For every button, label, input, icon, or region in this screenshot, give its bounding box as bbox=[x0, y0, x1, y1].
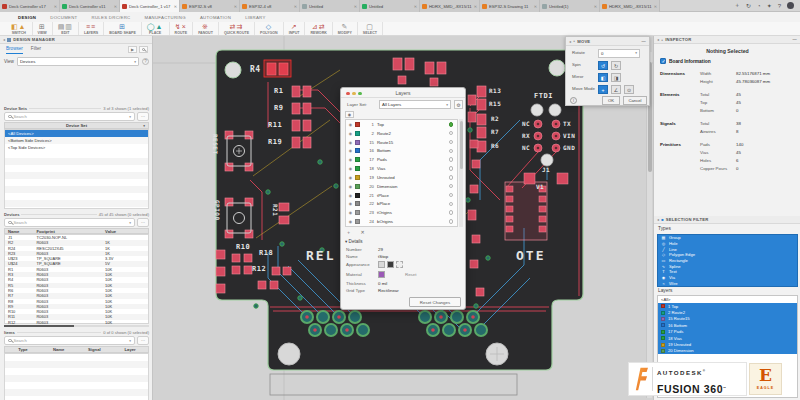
active-layer-radio[interactable] bbox=[449, 149, 454, 154]
column-footprint[interactable]: Footprint bbox=[36, 229, 105, 234]
layer-color-swatch[interactable] bbox=[355, 122, 360, 127]
collapse-icon[interactable]: ◂ bbox=[3, 37, 5, 42]
toolbar-group[interactable]: ↯× ROUTE bbox=[170, 22, 194, 35]
toolbar-group-icon[interactable]: ▢ bbox=[366, 23, 374, 31]
eye-icon[interactable]: ◉ bbox=[346, 157, 355, 162]
active-layer-radio[interactable] bbox=[449, 193, 454, 198]
ribbon-tab[interactable]: LIBRARY bbox=[245, 15, 265, 20]
toolbar-group-icon[interactable]: ▤▥ bbox=[58, 23, 73, 31]
eye-icon[interactable]: ◉ bbox=[346, 201, 355, 206]
document-tab[interactable]: ESP32-4 v8 ✕ bbox=[240, 0, 300, 12]
column-name[interactable]: Name bbox=[41, 347, 77, 352]
document-tab[interactable]: Deck Controller v17 ✕ bbox=[0, 0, 60, 12]
toolbar-group[interactable]: ◧▲ SWITCH bbox=[6, 22, 33, 35]
toolbar-group-icon[interactable]: ↯× bbox=[175, 23, 187, 31]
info-icon[interactable]: i bbox=[570, 97, 577, 104]
view-select[interactable]: Devices ▾ bbox=[17, 57, 139, 66]
ribbon-tab[interactable]: DOCUMENT bbox=[50, 15, 77, 20]
eye-icon[interactable]: ◉ bbox=[346, 175, 355, 180]
toolbar-group[interactable]: ◯▲ PLACE bbox=[142, 22, 170, 35]
collapse-icon[interactable]: ◂ bbox=[657, 217, 659, 222]
gear-icon[interactable]: ⚙ bbox=[454, 100, 463, 109]
dialog-layer-row[interactable]: ◉ 22 bPlace bbox=[346, 199, 457, 208]
dialog-scrollbar[interactable] bbox=[459, 119, 463, 227]
ok-button[interactable]: OK bbox=[602, 96, 620, 105]
devices-search-input[interactable]: Search ▾ bbox=[4, 218, 135, 227]
close-tab-icon[interactable]: ✕ bbox=[114, 4, 117, 9]
active-layer-radio[interactable] bbox=[449, 210, 454, 215]
layer-color-swatch[interactable] bbox=[355, 140, 360, 145]
eye-icon[interactable]: ◉ bbox=[346, 122, 355, 127]
toolbar-group[interactable]: ≡≡ LAYERS bbox=[79, 22, 104, 35]
toolbar-group[interactable]: ↗ INPUT bbox=[284, 22, 306, 35]
add-tab-icon[interactable]: ＋ bbox=[734, 1, 740, 10]
device-set-row[interactable]: <Top Side Devices> bbox=[5, 144, 148, 151]
component-r4[interactable] bbox=[264, 60, 291, 77]
document-tab[interactable]: ESP32-S v8 ✕ bbox=[180, 0, 240, 12]
document-tab[interactable]: Deck Controller v11 ✕ bbox=[60, 0, 120, 12]
close-tab-icon[interactable]: ✕ bbox=[294, 4, 297, 9]
toolbar-group[interactable]: ◇ POLYGON bbox=[255, 22, 284, 35]
layer-color-swatch[interactable] bbox=[355, 184, 360, 189]
toolbar-group[interactable]: ※ FANOUT bbox=[193, 22, 219, 35]
maximize-window-icon[interactable] bbox=[358, 92, 362, 96]
ribbon-tab[interactable]: MANUFACTURING bbox=[145, 15, 186, 20]
eye-icon[interactable]: ◉ bbox=[346, 193, 355, 198]
active-layer-radio[interactable] bbox=[449, 175, 454, 180]
document-tab[interactable]: HDRX_SMD_-8X15/11 ✕ bbox=[600, 0, 660, 12]
reset-link[interactable]: Reset bbox=[405, 272, 416, 277]
active-layer-radio[interactable] bbox=[449, 219, 454, 224]
history-icon[interactable]: ↻ bbox=[746, 2, 751, 9]
active-layer-radio[interactable] bbox=[449, 202, 454, 207]
mirror-h-button[interactable]: ◧ bbox=[598, 73, 608, 82]
dialog-layer-row[interactable]: ◉ 21 tPlace bbox=[346, 191, 457, 200]
eye-icon[interactable]: ◉ bbox=[346, 148, 355, 153]
minimize-icon[interactable]: — bbox=[642, 39, 646, 44]
appearance-extra-swatch[interactable] bbox=[396, 261, 403, 268]
tab-browser[interactable]: Browser bbox=[6, 44, 23, 54]
device-set-row[interactable]: <Bottom Side Devices> bbox=[5, 137, 148, 144]
dialog-layer-row[interactable]: ◉ 1 Top bbox=[346, 120, 457, 129]
toolbar-group-icon[interactable]: ◯▲ bbox=[147, 23, 164, 31]
eye-icon[interactable]: ◉ bbox=[346, 166, 355, 171]
move-mode-angle-button[interactable]: ∠ bbox=[611, 85, 621, 94]
items-search-input[interactable]: Search ▾ bbox=[4, 336, 135, 345]
appearance-dark-swatch[interactable] bbox=[387, 261, 394, 268]
column-signal[interactable]: Signal bbox=[77, 347, 113, 352]
dialog-layer-row[interactable]: ◉ 18 Vias bbox=[346, 164, 457, 173]
tab-filter[interactable]: Filter bbox=[31, 44, 41, 54]
toolbar-group-icon[interactable]: ※ bbox=[202, 23, 209, 31]
cancel-button[interactable]: Cancel bbox=[623, 96, 647, 105]
layer-color-swatch[interactable] bbox=[355, 157, 360, 162]
help-icon[interactable]: ? bbox=[778, 3, 781, 9]
eye-icon[interactable]: ◉ bbox=[346, 131, 355, 136]
document-tab[interactable]: Untitled ✕ bbox=[360, 0, 420, 12]
close-tab-icon[interactable]: ✕ bbox=[474, 4, 477, 9]
spin-left-button[interactable]: ↺ bbox=[598, 61, 608, 70]
spin-right-button[interactable]: ↻ bbox=[611, 61, 621, 70]
dialog-layer-row[interactable]: ◉ 16 Bottom bbox=[346, 146, 457, 155]
appearance-light-swatch[interactable] bbox=[378, 261, 385, 268]
collapse-icon[interactable]: ◂ bbox=[569, 39, 571, 44]
close-tab-icon[interactable]: ✕ bbox=[54, 4, 57, 9]
ribbon-tab[interactable]: DESIGN bbox=[18, 15, 36, 20]
visibility-column-icon[interactable]: ◉ bbox=[345, 111, 354, 118]
toolbar-group[interactable]: ⇄⇉ QUICK ROUTE bbox=[219, 22, 255, 35]
all-layers-row[interactable]: <All> bbox=[658, 296, 797, 303]
mirror-v-button[interactable]: ◨ bbox=[611, 73, 621, 82]
close-tab-icon[interactable]: ✕ bbox=[534, 4, 537, 9]
more-options-button[interactable]: ⋯ bbox=[137, 218, 149, 227]
more-options-button[interactable]: ⋯ bbox=[137, 336, 149, 345]
ribbon-tab[interactable]: AUTOMATION bbox=[200, 15, 231, 20]
toolbar-group-icon[interactable]: ✎ bbox=[341, 23, 348, 31]
active-layer-radio[interactable] bbox=[449, 131, 454, 136]
notifications-icon[interactable]: ◔ bbox=[757, 3, 761, 9]
material-swatch[interactable] bbox=[378, 271, 385, 278]
rotate-select[interactable]: 0 ▾ bbox=[598, 49, 640, 58]
document-tab[interactable]: Untitled(1) ✕ bbox=[540, 0, 600, 12]
column-value[interactable]: Value bbox=[105, 229, 148, 234]
active-layer-radio[interactable] bbox=[449, 140, 454, 145]
close-tab-icon[interactable]: ✕ bbox=[174, 4, 177, 9]
eye-icon[interactable]: ◉ bbox=[346, 210, 355, 215]
toolbar-group-icon[interactable]: ⊞ bbox=[39, 23, 46, 31]
